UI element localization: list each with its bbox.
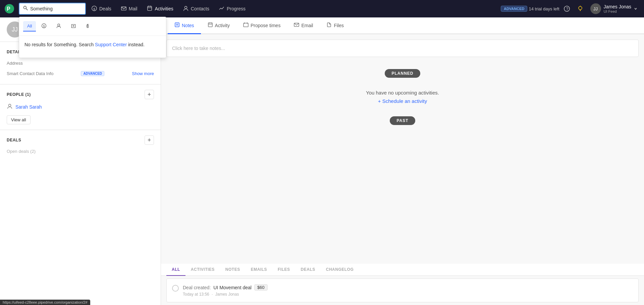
nav-progress[interactable]: Progress	[215, 3, 250, 14]
propose-tab-icon	[243, 22, 249, 28]
top-navigation: P Something All $	[0, 0, 644, 17]
user-name: James Jonas	[604, 4, 631, 9]
planned-badge: PLANNED	[385, 69, 420, 78]
no-activities-text: You have no upcoming activities.	[166, 90, 639, 96]
timeline-tab-deals[interactable]: DEALS	[296, 264, 321, 276]
contacts-icon	[183, 5, 189, 12]
person-name[interactable]: Sarah Sarah	[15, 104, 42, 110]
nav-contacts[interactable]: Contacts	[179, 3, 213, 14]
tab-files[interactable]: Files	[320, 17, 351, 34]
user-menu[interactable]: JJ James Jonas UI Feed	[588, 2, 640, 15]
email-tab-icon	[294, 22, 299, 28]
svg-point-31	[8, 104, 11, 107]
timeline-tab-all[interactable]: ALL	[166, 264, 185, 276]
nav-deals[interactable]: $ Deals	[87, 3, 115, 14]
timeline-tab-notes[interactable]: NOTES	[220, 264, 246, 276]
support-center-link[interactable]: Support Center	[95, 42, 127, 47]
tabs-bar: Notes Activity Propose times Email	[161, 17, 644, 34]
advanced-tag: ADVANCED	[81, 71, 104, 76]
right-panel: Notes Activity Propose times Email	[161, 17, 644, 305]
people-title: PEOPLE (1)	[7, 92, 31, 97]
add-person-button[interactable]: +	[145, 90, 154, 99]
add-deal-section-button[interactable]: +	[145, 135, 154, 145]
open-deals-label: Open deals (2)	[7, 149, 154, 154]
deals-icon: $	[91, 5, 97, 12]
people-section: PEOPLE (1) + Sarah Sarah View all	[0, 84, 161, 130]
svg-rect-13	[148, 6, 152, 10]
tips-button[interactable]	[574, 3, 586, 15]
left-panel: JJ James Jonas Owner Add new deal	[0, 17, 161, 305]
timeline-tab-changelog[interactable]: CHANGELOG	[321, 264, 359, 276]
notes-tab-icon	[174, 22, 180, 28]
activities-area: PLANNED You have no upcoming activities.…	[161, 62, 644, 264]
building-icon	[71, 23, 76, 29]
notes-placeholder: Click here to take notes...	[172, 46, 225, 51]
smart-contact-row: Smart Contact Data Info ADVANCED Show mo…	[7, 68, 154, 79]
dropdown-tab-files[interactable]	[82, 21, 95, 32]
search-dropdown: All $	[19, 17, 166, 58]
progress-icon	[219, 5, 225, 12]
past-badge: PAST	[390, 116, 415, 125]
svg-point-17	[184, 6, 187, 8]
timeline-tab-emails[interactable]: EMAILS	[246, 264, 272, 276]
svg-point-2	[23, 6, 26, 9]
deal-name: UI Movement deal	[213, 285, 252, 290]
activities-icon	[147, 5, 153, 12]
files-tab-icon	[326, 22, 332, 28]
svg-rect-39	[244, 23, 248, 27]
timeline-tabs: ALL ACTIVITIES NOTES EMAILS FILES DEALS …	[161, 264, 644, 276]
svg-text:P: P	[7, 6, 10, 12]
tab-email[interactable]: Email	[287, 17, 320, 34]
nav-mail[interactable]: Mail	[117, 3, 142, 14]
search-icon	[23, 5, 28, 12]
svg-rect-35	[208, 23, 212, 27]
deal-created-label: Deal created:	[183, 285, 211, 290]
avatar: JJ	[590, 3, 601, 14]
person-icon	[56, 23, 61, 29]
dropdown-tabs: All $	[19, 21, 166, 36]
timeline-tab-activities[interactable]: ACTIVITIES	[185, 264, 220, 276]
deal-meta: Today at 13:56 · James Jonas	[183, 292, 633, 297]
person-row: Sarah Sarah	[7, 103, 154, 111]
svg-text:?: ?	[566, 7, 568, 11]
deal-entry: Deal created: UI Movement deal $60 Today…	[166, 279, 639, 302]
svg-rect-9	[73, 25, 74, 26]
trial-text: 14 trial days left	[529, 6, 559, 11]
notes-input-area[interactable]: Click here to take notes...	[166, 40, 639, 57]
timeline-tab-files[interactable]: FILES	[272, 264, 296, 276]
activity-tab-icon	[208, 22, 213, 28]
help-button[interactable]: ?	[561, 3, 573, 15]
search-box: Something	[19, 3, 86, 15]
chevron-down-icon	[634, 6, 637, 12]
deal-timeline-dot	[172, 285, 179, 292]
dropdown-tab-contacts[interactable]	[52, 21, 65, 32]
user-role: UI Feed	[604, 9, 631, 13]
no-activities: You have no upcoming activities. + Sched…	[166, 84, 639, 110]
paperclip-icon	[86, 23, 91, 29]
person-icon	[7, 103, 13, 111]
deal-amount: $60	[254, 284, 268, 291]
dropdown-tab-organizations[interactable]	[67, 21, 80, 32]
tab-activity[interactable]: Activity	[201, 17, 236, 34]
svg-line-3	[26, 9, 28, 10]
svg-text:$: $	[43, 24, 45, 28]
dropdown-tab-deals[interactable]: $	[37, 21, 51, 32]
no-results-text: No results for Something. Search Support…	[24, 41, 161, 48]
view-all-button[interactable]: View all	[7, 115, 31, 124]
address-field: Address	[7, 61, 154, 66]
schedule-activity-link[interactable]: + Schedule an activity	[378, 98, 427, 104]
dropdown-tab-all[interactable]: All	[23, 21, 36, 32]
svg-point-20	[579, 6, 582, 10]
dollar-icon: $	[41, 23, 47, 29]
url-bar: https://uifeed-c28eee.pipedrive.com/orga…	[0, 300, 90, 305]
deals-title: DEALS	[7, 138, 21, 142]
search-input[interactable]: Something	[30, 6, 80, 11]
nav-activities[interactable]: Activities	[143, 3, 177, 14]
show-more-button[interactable]: Show more	[132, 71, 154, 76]
deals-section: DEALS + Open deals (2)	[0, 130, 161, 159]
svg-text:$: $	[93, 7, 95, 10]
app-logo[interactable]: P	[4, 3, 15, 14]
svg-rect-32	[175, 23, 179, 27]
tab-propose-times[interactable]: Propose times	[236, 17, 287, 34]
tab-notes[interactable]: Notes	[168, 17, 201, 34]
